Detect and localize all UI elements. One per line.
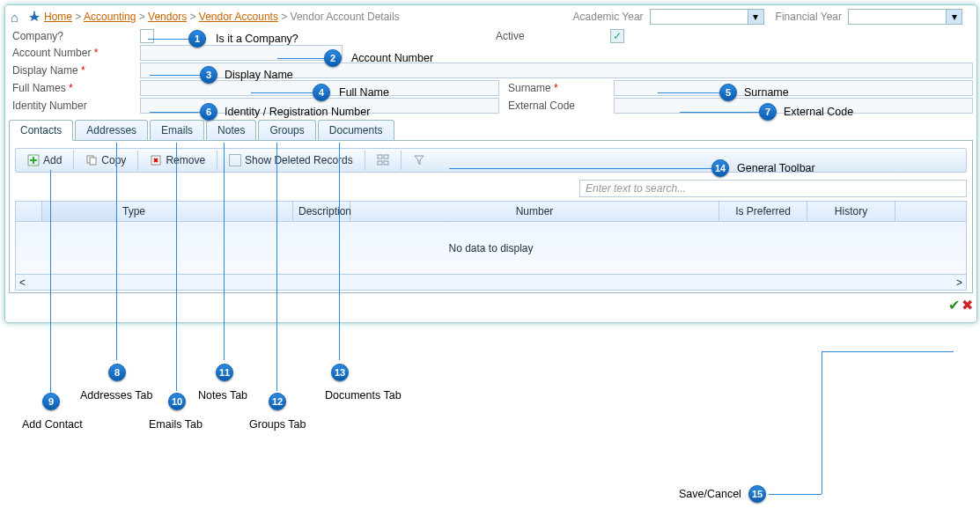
- callout-7: 7: [759, 103, 777, 121]
- home-icon[interactable]: ⌂: [11, 10, 25, 24]
- col-is-preferred[interactable]: Is Preferred: [719, 202, 807, 221]
- callout-11: 11: [216, 364, 233, 381]
- surname-label: Surname *: [499, 82, 614, 94]
- svg-rect-7: [384, 161, 388, 165]
- breadcrumb-vendor-accounts[interactable]: Vendor Accounts: [199, 11, 278, 23]
- delete-icon: [150, 154, 162, 166]
- breadcrumb-accounting[interactable]: Accounting: [84, 11, 136, 23]
- tab-notes[interactable]: Notes: [206, 120, 256, 140]
- copy-icon: [85, 154, 98, 166]
- columns-icon: [377, 154, 389, 166]
- account-number-label: Account Number *: [9, 47, 119, 59]
- col-description[interactable]: Description: [293, 202, 350, 221]
- grid-scrollbar[interactable]: < >: [15, 275, 967, 291]
- callout-4: 4: [313, 84, 330, 101]
- callout-6: 6: [200, 103, 217, 121]
- copy-button[interactable]: Copy: [77, 151, 134, 170]
- active-checkbox[interactable]: ✓: [610, 29, 624, 43]
- callout-2: 2: [324, 49, 342, 67]
- save-button[interactable]: ✔: [948, 297, 960, 313]
- tab-contacts[interactable]: Contacts: [9, 120, 73, 141]
- remove-button[interactable]: Remove: [142, 151, 213, 170]
- breadcrumb-vendors[interactable]: Vendors: [148, 11, 187, 23]
- callout-8: 8: [108, 364, 126, 381]
- callout-13: 13: [331, 364, 349, 381]
- company-checkbox[interactable]: [140, 29, 154, 43]
- svg-rect-6: [378, 161, 382, 165]
- academic-year-label: Academic Year: [573, 11, 644, 23]
- scroll-right-icon[interactable]: >: [956, 276, 962, 289]
- display-name-label: Display Name *: [9, 64, 119, 77]
- grid-header: Type Description Number Is Preferred His…: [15, 201, 967, 222]
- external-code-label: External Code: [499, 100, 614, 112]
- financial-year-label: Financial Year: [776, 11, 842, 23]
- favorite-icon[interactable]: [27, 10, 41, 24]
- full-names-label: Full Names *: [9, 82, 119, 94]
- tab-documents[interactable]: Documents: [318, 120, 394, 140]
- breadcrumb-home[interactable]: Home: [44, 11, 72, 23]
- callout-14: 14: [711, 159, 729, 177]
- grid-body: No data to display: [15, 222, 967, 275]
- col-type[interactable]: Type: [117, 202, 293, 221]
- col-number[interactable]: Number: [350, 202, 719, 221]
- callout-5: 5: [719, 84, 737, 101]
- detail-tabs: Contacts Addresses Emails Notes Groups D…: [9, 120, 973, 141]
- cancel-button[interactable]: ✖: [962, 297, 973, 313]
- filter-button[interactable]: [405, 151, 433, 170]
- financial-year-select[interactable]: ▾: [848, 9, 962, 25]
- tab-addresses[interactable]: Addresses: [75, 120, 148, 140]
- add-button[interactable]: Add: [19, 151, 70, 170]
- svg-rect-2: [90, 158, 96, 165]
- show-deleted-checkbox[interactable]: [229, 154, 241, 166]
- surname-field[interactable]: [614, 80, 973, 96]
- plus-icon: [27, 154, 40, 166]
- callout-15: 15: [748, 485, 766, 503]
- callout-10: 10: [168, 393, 186, 410]
- scroll-left-icon[interactable]: <: [19, 276, 26, 289]
- save-cancel-footer: ✔ ✖: [9, 293, 973, 313]
- col-history[interactable]: History: [807, 202, 895, 221]
- breadcrumb: Home > Accounting > Vendors > Vendor Acc…: [44, 11, 400, 23]
- search-input[interactable]: Enter text to search...: [579, 180, 967, 197]
- svg-rect-4: [378, 155, 382, 158]
- callout-1: 1: [188, 30, 206, 48]
- identity-number-label: Identity Number: [9, 100, 119, 112]
- academic-year-select[interactable]: ▾: [650, 9, 764, 25]
- company-label: Company?: [9, 30, 119, 42]
- callout-3: 3: [200, 66, 217, 84]
- tab-emails[interactable]: Emails: [150, 120, 204, 140]
- callout-9: 9: [42, 393, 60, 410]
- active-label: Active: [496, 30, 610, 42]
- breadcrumb-current: Vendor Account Details: [291, 11, 400, 23]
- svg-rect-5: [384, 155, 388, 158]
- filter-icon: [413, 154, 425, 166]
- chevron-down-icon[interactable]: ▾: [748, 10, 763, 24]
- chevron-down-icon[interactable]: ▾: [946, 10, 962, 24]
- callout-12: 12: [269, 393, 286, 410]
- column-chooser-button[interactable]: [369, 151, 397, 170]
- breadcrumb-bar: ⌂ Home > Accounting > Vendors > Vendor A…: [9, 9, 973, 28]
- tab-groups[interactable]: Groups: [258, 120, 315, 140]
- tab-body-contacts: Add Copy Remove Show Deleted Records: [9, 141, 973, 293]
